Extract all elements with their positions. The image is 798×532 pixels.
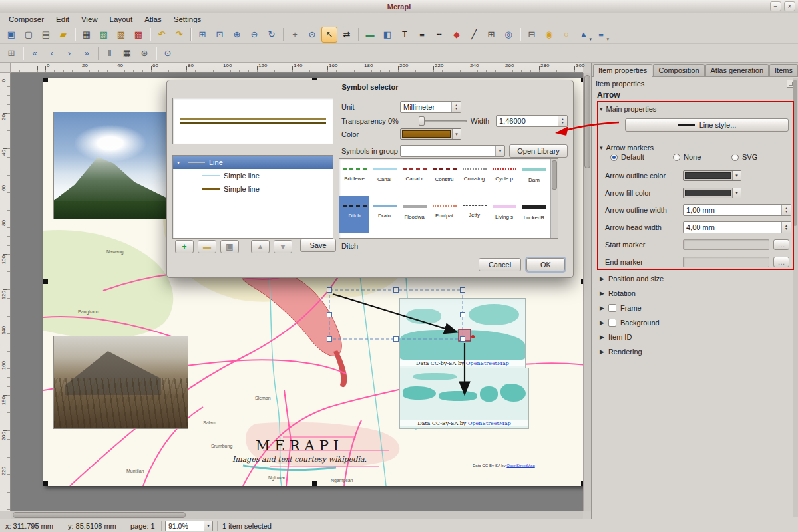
width-spinbox[interactable]: 1,46000 ▴▾ <box>496 115 568 127</box>
add-map-icon[interactable]: ▬ <box>362 27 378 43</box>
menu-composer[interactable]: Composer <box>3 14 50 25</box>
tab-item-properties[interactable]: Item properties <box>593 64 652 77</box>
radio-none[interactable]: None <box>673 153 701 161</box>
zoom-tool-icon[interactable]: ⊙ <box>304 27 320 43</box>
main-properties-header[interactable]: ▾ Main properties <box>600 105 656 113</box>
section-item-id[interactable]: ▶Item ID <box>594 330 794 344</box>
add-scalebar-icon[interactable]: ╍ <box>431 27 447 43</box>
spinner-icon[interactable]: ▴▾ <box>781 222 791 233</box>
end-marker-browse-button[interactable]: … <box>773 257 789 267</box>
export-svg-icon[interactable]: ▨ <box>113 27 129 43</box>
arrow-fill-color-button[interactable]: ▾ <box>683 188 741 198</box>
zoom-out-icon[interactable]: ⊖ <box>246 27 262 43</box>
scrollbar-thumb[interactable] <box>584 75 590 168</box>
radio-svg[interactable]: SVG <box>731 153 757 161</box>
section-frame[interactable]: ▶Frame <box>594 301 794 315</box>
add-image-icon[interactable]: ◧ <box>379 27 395 43</box>
scrollbar-thumb[interactable] <box>13 512 186 518</box>
arrow-head-width-spinbox[interactable]: 4,00 mm▴▾ <box>683 221 791 233</box>
redo-icon[interactable]: ↷ <box>171 27 187 43</box>
symbol-floodwa[interactable]: Floodwa <box>399 196 429 233</box>
undo-icon[interactable]: ↶ <box>154 27 170 43</box>
item-resize-handle[interactable] <box>581 78 583 82</box>
new-composition-icon[interactable]: ▢ <box>21 27 37 43</box>
symbol-jetty[interactable]: Jetty <box>459 196 489 233</box>
atlas-preview-icon[interactable]: ‖ <box>102 45 118 61</box>
lock-items-icon[interactable]: ◉ <box>541 27 557 43</box>
add-symbol-layer-button[interactable]: + <box>175 240 194 253</box>
vertical-scrollbar[interactable] <box>583 73 591 511</box>
gallery-scrollbar[interactable] <box>550 159 558 238</box>
radio-default[interactable]: Default <box>610 153 644 161</box>
chevron-down-icon[interactable]: ▾ <box>495 146 504 156</box>
section-rendering[interactable]: ▶Rendering <box>594 344 794 359</box>
atlas-next-icon[interactable]: › <box>61 45 77 61</box>
menu-view[interactable]: View <box>75 14 104 25</box>
minimize-button[interactable]: − <box>770 1 781 11</box>
item-resize-handle[interactable] <box>581 481 583 486</box>
arrow-item-1[interactable] <box>333 294 456 332</box>
pan-icon[interactable]: + <box>287 27 303 43</box>
symbol-living-s[interactable]: Living s <box>489 196 519 233</box>
panel-scrollbar[interactable] <box>793 78 798 517</box>
section-position-and-size[interactable]: ▶Position and size <box>594 271 794 286</box>
export-image-icon[interactable]: ▧ <box>96 27 112 43</box>
atlas-first-icon[interactable]: « <box>27 45 43 61</box>
refresh-view-icon[interactable]: ↻ <box>264 27 280 43</box>
symbol-layer-row[interactable]: Simple line <box>173 182 333 196</box>
item-resize-handle[interactable] <box>581 279 583 284</box>
snap-grid-icon[interactable]: ⊞ <box>3 45 19 61</box>
atlas-settings-icon[interactable]: ⊛ <box>136 45 152 61</box>
tab-atlas-generation[interactable]: Atlas generation <box>705 64 769 76</box>
arrow-outline-width-spinbox[interactable]: 1,00 mm▴▾ <box>683 204 791 216</box>
export-pdf-icon[interactable]: ▩ <box>130 27 146 43</box>
item-resize-handle[interactable] <box>43 481 48 486</box>
select-move-item-icon[interactable]: ↖ <box>321 27 337 43</box>
group-items-icon[interactable]: ⊟ <box>524 27 540 43</box>
add-table-icon[interactable]: ⊞ <box>483 27 499 43</box>
spinner-icon[interactable]: ▴▾ <box>781 205 791 215</box>
symbol-canal[interactable]: Canal <box>369 159 399 196</box>
symbol-color-button[interactable]: ▾ <box>400 128 461 140</box>
arrow-outline-color-button[interactable]: ▾ <box>683 170 741 181</box>
unit-combo[interactable]: Millimeter ▴▾ <box>400 101 461 113</box>
open-template-icon[interactable]: ▰ <box>55 27 71 43</box>
item-resize-handle[interactable] <box>312 481 317 486</box>
add-label-icon[interactable]: T <box>397 27 413 43</box>
lock-symbol-layer-button[interactable]: ▣ <box>220 240 239 253</box>
section-background[interactable]: ▶Background <box>594 315 794 330</box>
symbol-dam[interactable]: Dam <box>519 159 549 196</box>
symbol-drain[interactable]: Drain <box>369 196 399 233</box>
save-project-icon[interactable]: ▣ <box>3 27 19 43</box>
zoom-in-icon[interactable]: ⊕ <box>229 27 245 43</box>
tab-composition[interactable]: Composition <box>653 64 704 76</box>
scrollbar-thumb[interactable] <box>552 160 557 190</box>
atlas-prev-icon[interactable]: ‹ <box>44 45 60 61</box>
background-checkbox[interactable] <box>608 319 616 327</box>
add-arrow-icon[interactable]: ╱ <box>466 27 482 43</box>
symbol-layer-row[interactable]: ▾Line <box>173 156 333 169</box>
symbols-group-combo[interactable]: ▾ <box>400 145 505 157</box>
symbol-footpat[interactable]: Footpat <box>429 196 459 233</box>
add-html-icon[interactable]: ◎ <box>500 27 516 43</box>
print-atlas-icon[interactable]: ▦ <box>119 45 135 61</box>
symbol-crossing[interactable]: Crossing <box>459 159 489 196</box>
add-legend-icon[interactable]: ≡ <box>414 27 430 43</box>
spinner-icon[interactable]: ▴▾ <box>451 102 461 112</box>
selection-handle[interactable] <box>461 337 465 342</box>
symbol-lockedr[interactable]: LockedR <box>519 196 549 233</box>
line-style-button[interactable]: Line style... <box>625 118 789 132</box>
start-marker-browse-button[interactable]: … <box>773 239 789 250</box>
print-icon[interactable]: ▦ <box>79 27 95 43</box>
symbol-cycle-p[interactable]: Cycle p <box>489 159 519 196</box>
ok-button[interactable]: OK <box>526 258 565 271</box>
symbol-canal-r[interactable]: Canal r <box>399 159 429 196</box>
selection-handle[interactable] <box>461 288 465 293</box>
zoom-atlas-icon[interactable]: ⊙ <box>160 45 176 61</box>
symbol-ditch[interactable]: Ditch <box>339 196 369 233</box>
move-layer-up-button[interactable]: ▲ <box>251 240 270 253</box>
spinner-icon[interactable]: ▴▾ <box>558 116 567 126</box>
move-layer-down-button[interactable]: ▼ <box>274 240 292 253</box>
menu-atlas[interactable]: Atlas <box>138 14 168 25</box>
unlock-items-icon[interactable]: ○ <box>558 27 574 43</box>
